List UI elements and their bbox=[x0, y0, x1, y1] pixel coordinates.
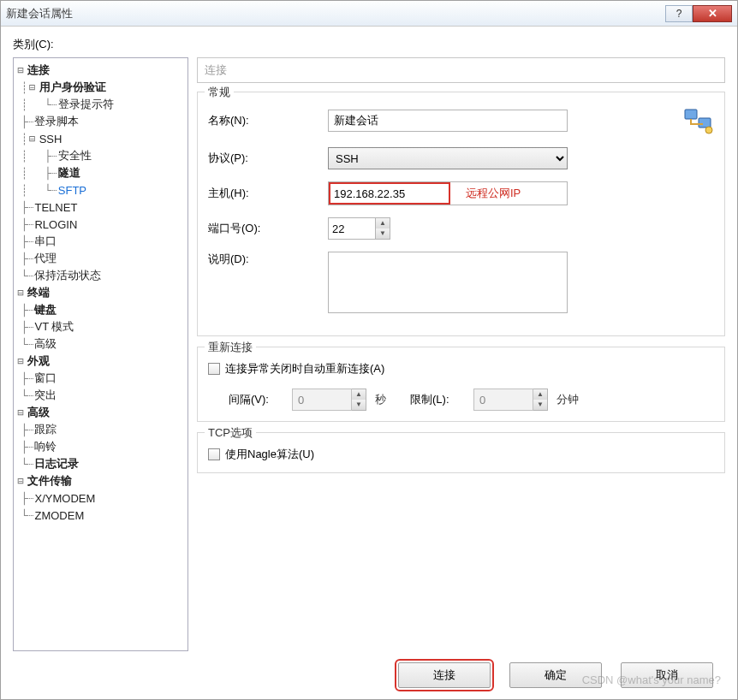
tree-login-prompt[interactable]: ┊ └┈登录提示符 bbox=[15, 96, 187, 113]
reconnect-checkbox[interactable] bbox=[208, 363, 220, 375]
interval-unit: 秒 bbox=[375, 392, 386, 407]
tree-zmodem[interactable]: └┈ZMODEM bbox=[15, 507, 187, 524]
group-general-title: 常规 bbox=[205, 85, 234, 100]
protocol-select[interactable]: SSH bbox=[328, 147, 568, 169]
tree-vt[interactable]: ├┈VT 模式 bbox=[15, 318, 187, 335]
tree-sftp[interactable]: ┊ └┈SFTP bbox=[15, 181, 187, 199]
nagle-label: 使用Nagle算法(U) bbox=[225, 447, 314, 462]
group-tcp-title: TCP选项 bbox=[205, 425, 256, 441]
nagle-checkbox-row[interactable]: 使用Nagle算法(U) bbox=[208, 447, 714, 462]
reconnect-checkbox-row[interactable]: 连接异常关闭时自动重新连接(A) bbox=[208, 361, 714, 377]
label-desc: 说明(D): bbox=[208, 252, 328, 267]
group-reconnect-title: 重新连接 bbox=[205, 340, 256, 355]
reconnect-label: 连接异常关闭时自动重新连接(A) bbox=[225, 361, 384, 377]
label-host: 主机(H): bbox=[208, 186, 328, 201]
limit-unit: 分钟 bbox=[556, 392, 579, 407]
tree-serial[interactable]: ├┈串口 bbox=[15, 233, 187, 250]
svg-rect-1 bbox=[699, 118, 711, 128]
close-button[interactable]: ✕ bbox=[693, 5, 732, 22]
nagle-checkbox[interactable] bbox=[208, 448, 220, 460]
group-general: 常规 名称(N): 协议(P): bbox=[197, 92, 725, 336]
right-pane: 连接 常规 名称(N): 协议(P) bbox=[197, 57, 725, 651]
label-port: 端口号(O): bbox=[208, 221, 328, 236]
tree-highlight[interactable]: └┈突出 bbox=[15, 387, 187, 404]
connect-button[interactable]: 连接 bbox=[398, 662, 491, 688]
label-name: 名称(N): bbox=[208, 113, 328, 128]
tree-proxy[interactable]: ├┈代理 bbox=[15, 250, 187, 267]
label-protocol: 协议(P): bbox=[208, 151, 328, 166]
tree-telnet[interactable]: ├┈TELNET bbox=[15, 199, 187, 216]
host-note: 远程公网IP bbox=[450, 186, 521, 201]
port-input[interactable] bbox=[328, 217, 376, 240]
tree-window[interactable]: ├┈窗口 bbox=[15, 370, 187, 387]
tree-xymodem[interactable]: ├┈X/YMODEM bbox=[15, 489, 187, 507]
svg-point-2 bbox=[705, 127, 712, 133]
tree-rlogin[interactable]: ├┈RLOGIN bbox=[15, 216, 187, 233]
tree-connection[interactable]: ⊟连接 bbox=[15, 62, 187, 79]
tree-bell[interactable]: ├┈响铃 bbox=[15, 438, 187, 455]
button-bar: 连接 确定 取消 bbox=[13, 651, 725, 699]
category-label: 类别(C): bbox=[13, 37, 725, 52]
tree-keepalive[interactable]: └┈保持活动状态 bbox=[15, 267, 187, 284]
description-textarea[interactable] bbox=[328, 252, 568, 313]
limit-input bbox=[473, 389, 533, 411]
path-bar: 连接 bbox=[197, 57, 725, 83]
panes: ⊟连接 ┊⊟用户身份验证 ┊ └┈登录提示符 ├┈登录脚本 ┊⊟SSH ┊ ├┈… bbox=[13, 57, 725, 651]
tree-appearance[interactable]: ⊟外观 bbox=[15, 353, 187, 370]
tree-login-script[interactable]: ├┈登录脚本 bbox=[15, 113, 187, 130]
tree-logging[interactable]: └┈日志记录 bbox=[15, 455, 187, 472]
group-tcp: TCP选项 使用Nagle算法(U) bbox=[197, 432, 725, 473]
port-spinner[interactable]: ▲▼ bbox=[376, 217, 390, 240]
titlebar-buttons: ? ✕ bbox=[665, 5, 732, 22]
host-input[interactable] bbox=[330, 184, 449, 203]
tree-keyboard[interactable]: ├┈键盘 bbox=[15, 301, 187, 318]
tree-auth[interactable]: ┊⊟用户身份验证 bbox=[15, 79, 187, 96]
tree-security[interactable]: ┊ ├┈安全性 bbox=[15, 147, 187, 164]
svg-rect-0 bbox=[685, 110, 697, 119]
tree-adv-term[interactable]: └┈高级 bbox=[15, 335, 187, 353]
interval-input bbox=[292, 389, 352, 411]
interval-spinner: ▲▼ bbox=[352, 389, 366, 411]
cancel-button[interactable]: 取消 bbox=[621, 662, 713, 688]
dialog-window: 新建会话属性 ? ✕ 类别(C): ⊟连接 ┊⊟用户身份验证 ┊ └┈登录提示符… bbox=[0, 0, 738, 700]
tree-terminal[interactable]: ⊟终端 bbox=[15, 284, 187, 301]
tree-ssh[interactable]: ┊⊟SSH bbox=[15, 130, 187, 147]
label-limit: 限制(L): bbox=[410, 392, 467, 407]
label-interval: 间隔(V): bbox=[229, 392, 285, 407]
window-title: 新建会话属性 bbox=[6, 6, 665, 21]
tree-tunnel[interactable]: ┊ ├┈隧道 bbox=[15, 164, 187, 181]
ok-button[interactable]: 确定 bbox=[509, 662, 602, 688]
tree-advanced[interactable]: ⊟高级 bbox=[15, 404, 187, 421]
content-area: 类别(C): ⊟连接 ┊⊟用户身份验证 ┊ └┈登录提示符 ├┈登录脚本 ┊⊟S… bbox=[1, 27, 737, 699]
name-input[interactable] bbox=[328, 110, 568, 132]
network-icon bbox=[683, 106, 714, 135]
category-tree[interactable]: ⊟连接 ┊⊟用户身份验证 ┊ └┈登录提示符 ├┈登录脚本 ┊⊟SSH ┊ ├┈… bbox=[13, 57, 188, 651]
group-reconnect: 重新连接 连接异常关闭时自动重新连接(A) 间隔(V): ▲▼ 秒 限制(L): bbox=[197, 347, 725, 422]
titlebar: 新建会话属性 ? ✕ bbox=[1, 1, 737, 27]
tree-trace[interactable]: ├┈跟踪 bbox=[15, 421, 187, 438]
limit-spinner: ▲▼ bbox=[533, 389, 548, 411]
help-button[interactable]: ? bbox=[665, 5, 693, 22]
tree-filetrans[interactable]: ⊟文件传输 bbox=[15, 472, 187, 489]
